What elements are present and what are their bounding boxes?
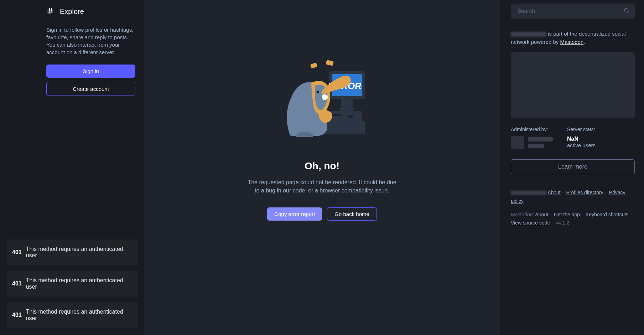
- toast-message: This method requires an authenticated us…: [26, 277, 133, 290]
- redacted-server-name-footer: [511, 191, 546, 195]
- avatar: [511, 136, 524, 149]
- active-users-label: active users: [567, 142, 596, 148]
- toast-code: 401: [12, 249, 22, 256]
- svg-point-12: [339, 107, 355, 111]
- right-sidebar: is part of the decentralized social netw…: [502, 0, 644, 335]
- svg-line-17: [628, 12, 629, 13]
- error-illustration: ERROR: [272, 57, 372, 139]
- active-users-count: NaN: [567, 136, 596, 142]
- svg-line-3: [51, 8, 52, 14]
- admin-account-link[interactable]: [511, 136, 553, 149]
- svg-line-2: [49, 8, 50, 14]
- create-account-button[interactable]: Create account: [46, 82, 135, 96]
- hashtag-icon: [46, 7, 54, 16]
- mastodon-link[interactable]: Mastodon: [560, 39, 583, 45]
- toast-stack: 401 This method requires an authenticate…: [7, 239, 138, 328]
- toast-item: 401 This method requires an authenticate…: [7, 302, 138, 328]
- admin-handle-placeholder: [528, 144, 544, 148]
- svg-point-13: [317, 91, 319, 93]
- footer-shortcuts-link[interactable]: Keyboard shortcuts: [586, 212, 629, 217]
- copy-error-report-button[interactable]: Copy error report: [267, 207, 322, 221]
- admin-label: Administered by:: [511, 127, 553, 132]
- error-description: The requested page could not be rendered…: [247, 178, 397, 195]
- footer-source-link[interactable]: View source code: [511, 220, 550, 226]
- version-text: v4.1.2: [556, 220, 569, 226]
- server-hero-image: [511, 52, 635, 118]
- toast-message: This method requires an authenticated us…: [26, 309, 133, 321]
- error-title: Oh, no!: [305, 160, 339, 172]
- svg-rect-14: [310, 63, 318, 69]
- footer-mastodon-about-link[interactable]: About: [535, 212, 549, 217]
- search-icon: [623, 7, 630, 15]
- left-sidebar: Explore Sign in to follow profiles or ha…: [0, 0, 142, 335]
- signin-prompt-text: Sign in to follow profiles or hashtags, …: [46, 26, 135, 56]
- toast-item: 401 This method requires an authenticate…: [7, 239, 138, 265]
- admin-display-name-placeholder: [528, 137, 553, 141]
- toast-message: This method requires an authenticated us…: [26, 246, 133, 259]
- search-input[interactable]: [511, 4, 635, 19]
- signin-button[interactable]: Sign in: [46, 65, 135, 78]
- redacted-server-name: [511, 32, 546, 37]
- footer-mastodon-links: Mastodon: About· Get the app· Keyboard s…: [511, 211, 635, 228]
- svg-point-16: [624, 9, 628, 12]
- go-back-home-button[interactable]: Go back home: [327, 207, 377, 221]
- about-server-text: is part of the decentralized social netw…: [511, 30, 635, 46]
- server-stats-label: Server stats:: [567, 127, 596, 132]
- page-header: Explore: [46, 7, 135, 16]
- svg-point-6: [348, 115, 353, 118]
- svg-rect-11: [341, 99, 353, 108]
- footer-get-app-link[interactable]: Get the app: [554, 212, 580, 217]
- main-content: ERROR: [144, 0, 500, 335]
- toast-code: 401: [12, 312, 22, 318]
- footer-about-link[interactable]: About: [547, 190, 561, 195]
- toast-code: 401: [12, 280, 22, 287]
- footer-server-links: About· Profiles directory· Privacy polic…: [511, 189, 635, 206]
- footer-profiles-link[interactable]: Profiles directory: [566, 190, 603, 195]
- svg-rect-15: [326, 60, 334, 66]
- toast-item: 401 This method requires an authenticate…: [7, 271, 138, 297]
- page-title: Explore: [60, 7, 84, 16]
- learn-more-button[interactable]: Learn more: [511, 159, 635, 174]
- search-container: [511, 4, 635, 19]
